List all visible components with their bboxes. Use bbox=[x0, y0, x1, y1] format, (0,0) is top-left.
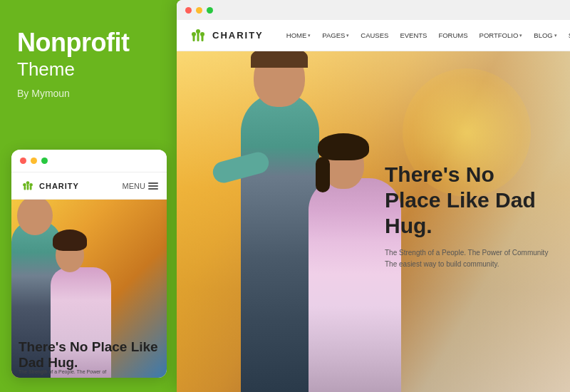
desktop-dot-yellow bbox=[196, 7, 202, 14]
hero-subtitle: The Strength of a People. The Power of C… bbox=[385, 247, 556, 270]
left-panel: Nonprofit Theme By Mymoun CHARITY bbox=[0, 0, 177, 392]
mobile-logo-area: CHARITY bbox=[20, 178, 79, 194]
mobile-hero: There's No Place Like Dad Hug. The Stren… bbox=[11, 200, 167, 378]
hamburger-line-2 bbox=[148, 185, 158, 187]
svg-rect-10 bbox=[197, 33, 200, 41]
svg-rect-5 bbox=[30, 186, 32, 190]
nav-arrow-icon: ▾ bbox=[519, 33, 522, 38]
nav-arrow-icon: ▾ bbox=[346, 33, 349, 38]
dot-green bbox=[41, 158, 48, 164]
hamburger-line-1 bbox=[148, 182, 158, 184]
svg-rect-4 bbox=[27, 184, 29, 190]
child-side-hair bbox=[316, 157, 330, 192]
desktop-topbar bbox=[177, 0, 570, 20]
svg-rect-3 bbox=[24, 186, 26, 190]
svg-point-2 bbox=[29, 182, 33, 186]
mobile-menu-label: MENU bbox=[123, 182, 145, 190]
mobile-nav: CHARITY MENU bbox=[11, 172, 167, 200]
nav-item-portfolio[interactable]: PORTFOLIO▾ bbox=[474, 31, 529, 39]
desktop-logo-text: CHARITY bbox=[212, 30, 264, 41]
hero-text-area: There's No Place Like Dad Hug. The Stren… bbox=[385, 162, 556, 270]
nav-arrow-icon: ▾ bbox=[308, 33, 311, 38]
nav-item-forums[interactable]: FORUMS bbox=[432, 31, 473, 39]
mobile-hero-subtext: The Strength of a People. The Power of bbox=[19, 368, 106, 375]
dad-hair bbox=[251, 51, 308, 68]
nav-item-home[interactable]: HOME▾ bbox=[281, 31, 317, 39]
svg-point-0 bbox=[23, 182, 26, 186]
mobile-preview-card: CHARITY MENU There's N bbox=[11, 150, 167, 378]
dot-red bbox=[20, 158, 26, 164]
nav-item-events[interactable]: EVENTS bbox=[394, 31, 432, 39]
hamburger-icon bbox=[148, 182, 158, 190]
mobile-menu-button[interactable]: MENU bbox=[123, 182, 158, 190]
nav-items: HOME▾PAGES▾CAUSESEVENTSFORUMSPORTFOLIO▾B… bbox=[281, 31, 570, 39]
desktop-nav: CHARITY HOME▾PAGES▾CAUSESEVENTSFORUMSPOR… bbox=[177, 20, 570, 51]
mobile-topbar bbox=[11, 150, 167, 172]
nav-item-causes[interactable]: CAUSES bbox=[355, 31, 394, 39]
dot-yellow bbox=[31, 158, 37, 164]
desktop-dot-red bbox=[185, 7, 192, 14]
hero-subtitle-line2: The easiest way to build community. bbox=[385, 259, 556, 270]
desktop-dot-green bbox=[207, 7, 213, 14]
hamburger-line-3 bbox=[148, 188, 158, 190]
svg-rect-11 bbox=[202, 36, 204, 41]
nav-item-pages[interactable]: PAGES▾ bbox=[316, 31, 355, 39]
mobile-hero-heading: There's No Place Like Dad Hug. bbox=[19, 339, 167, 371]
hero-main-heading: There's No Place Like Dad Hug. bbox=[385, 162, 556, 239]
nav-arrow-icon: ▾ bbox=[554, 33, 557, 38]
child-hair bbox=[318, 133, 369, 160]
desktop-logo-area: CHARITY bbox=[188, 26, 264, 46]
mobile-logo-text: CHARITY bbox=[39, 182, 79, 190]
theme-subtitle: Theme bbox=[17, 58, 160, 81]
desktop-hero: There's No Place Like Dad Hug. The Stren… bbox=[177, 51, 570, 392]
theme-title: Nonprofit bbox=[17, 29, 160, 57]
theme-author: By Mymoun bbox=[17, 88, 160, 99]
dad-body bbox=[241, 93, 319, 392]
hero-subtitle-line1: The Strength of a People. The Power of C… bbox=[385, 247, 556, 259]
svg-rect-9 bbox=[193, 36, 195, 41]
desktop-logo-icon bbox=[188, 26, 208, 46]
mobile-logo-icon bbox=[20, 178, 36, 194]
nav-item-shortcodes[interactable]: SHORTCODES▾ bbox=[563, 31, 570, 39]
svg-point-1 bbox=[26, 181, 30, 185]
nav-item-blog[interactable]: BLOG▾ bbox=[528, 31, 562, 39]
desktop-preview: CHARITY HOME▾PAGES▾CAUSESEVENTSFORUMSPOR… bbox=[177, 0, 570, 392]
